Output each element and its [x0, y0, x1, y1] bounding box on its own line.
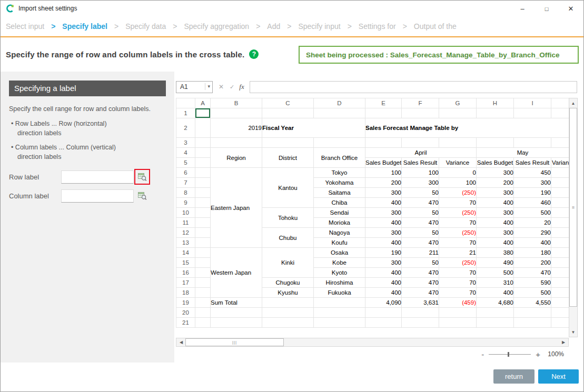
grid-cell[interactable] — [314, 108, 365, 118]
value-cell[interactable]: 300 — [365, 258, 402, 268]
value-cell[interactable]: 500 — [477, 268, 514, 278]
branch-office-header-cell[interactable]: Branch Office — [314, 148, 365, 168]
row-header-18[interactable]: 18 — [176, 288, 195, 298]
grid-cell[interactable] — [314, 298, 365, 308]
value-cell[interactable] — [551, 168, 569, 178]
value-cell[interactable]: 200 — [365, 178, 402, 188]
district-cell[interactable]: Chugoku — [262, 278, 314, 288]
district-cell[interactable]: Chubu — [262, 228, 314, 248]
value-cell[interactable]: 400 — [514, 238, 551, 248]
grid-cell[interactable] — [477, 138, 514, 148]
grid-cell[interactable] — [477, 108, 514, 118]
value-cell[interactable]: 300 — [365, 188, 402, 198]
vertical-scrollbar-thumb[interactable]: ≡ — [569, 108, 577, 307]
grid-cell[interactable] — [195, 298, 211, 308]
value-cell[interactable]: 500 — [514, 288, 551, 298]
value-cell[interactable]: 20 — [514, 218, 551, 228]
grid-cell[interactable] — [195, 168, 211, 178]
value-cell[interactable]: (250) — [439, 208, 477, 218]
row-label-input[interactable] — [61, 170, 134, 184]
branch-cell[interactable]: Yokohama — [314, 178, 365, 188]
grid-cell[interactable] — [402, 138, 439, 148]
row-header-19[interactable]: 19 — [176, 298, 195, 308]
value-cell[interactable]: (250) — [439, 228, 477, 238]
sub-header-cell[interactable]: Sales Budget — [365, 158, 402, 168]
column-label-range-picker-icon[interactable] — [135, 189, 149, 203]
grid-cell[interactable] — [365, 308, 402, 318]
value-cell[interactable]: 400 — [365, 238, 402, 248]
grid-cell[interactable] — [195, 238, 211, 248]
zoom-slider[interactable] — [489, 354, 531, 355]
sheet-title-cell[interactable]: Sales Forecast Manage Table by — [365, 118, 569, 138]
branch-cell[interactable]: Morioka — [314, 218, 365, 228]
grid-cell[interactable] — [439, 108, 477, 118]
value-cell[interactable]: 400 — [365, 278, 402, 288]
row-header-2[interactable]: 2 — [176, 118, 195, 138]
value-cell[interactable] — [551, 288, 569, 298]
value-cell[interactable]: 70 — [439, 238, 477, 248]
row-header-7[interactable]: 7 — [176, 178, 195, 188]
name-box-dropdown-icon[interactable]: ▾ — [205, 83, 211, 90]
district-cell[interactable]: Kinki — [262, 248, 314, 278]
value-cell[interactable]: 50 — [402, 208, 439, 218]
grid-cell[interactable] — [514, 138, 551, 148]
grid-cell[interactable] — [314, 308, 365, 318]
value-cell[interactable]: 100 — [439, 178, 477, 188]
value-cell[interactable]: 300 — [514, 178, 551, 188]
wizard-step-select-input[interactable]: Select input — [6, 22, 44, 31]
value-cell[interactable] — [551, 238, 569, 248]
region-cell[interactable]: Western Japan — [211, 248, 262, 298]
value-cell[interactable]: 300 — [365, 228, 402, 238]
value-cell[interactable]: 470 — [402, 268, 439, 278]
next-button[interactable]: Next — [538, 369, 579, 384]
value-cell[interactable]: 470 — [514, 268, 551, 278]
grid-cell[interactable] — [195, 248, 211, 258]
district-header-cell[interactable]: District — [262, 148, 314, 168]
row-label-range-picker-icon[interactable] — [135, 170, 149, 184]
value-cell[interactable]: 490 — [477, 258, 514, 268]
value-cell[interactable]: 500 — [514, 208, 551, 218]
grid-cell[interactable] — [477, 318, 514, 328]
grid-cell[interactable] — [551, 108, 569, 118]
name-box[interactable]: A1 ▾ — [176, 81, 213, 93]
grid-cell[interactable] — [551, 298, 569, 308]
row-header-5[interactable]: 5 — [176, 158, 195, 168]
region-cell[interactable]: Eastern Japan — [211, 168, 262, 248]
value-cell[interactable]: 0 — [439, 168, 477, 178]
row-header-3[interactable]: 3 — [176, 138, 195, 148]
sum-value-cell[interactable]: 4,680 — [477, 298, 514, 308]
value-cell[interactable] — [551, 178, 569, 188]
branch-cell[interactable]: Tokyo — [314, 168, 365, 178]
value-cell[interactable]: 200 — [477, 178, 514, 188]
grid-cell[interactable] — [365, 318, 402, 328]
row-header-12[interactable]: 12 — [176, 228, 195, 238]
grid-cell[interactable] — [262, 308, 314, 318]
column-header-G[interactable]: G — [439, 98, 477, 108]
value-cell[interactable]: 300 — [477, 188, 514, 198]
minimize-icon[interactable]: – — [510, 1, 534, 16]
value-cell[interactable]: 300 — [365, 208, 402, 218]
value-cell[interactable]: 70 — [439, 288, 477, 298]
column-header-partial[interactable] — [551, 98, 569, 108]
sum-value-cell[interactable]: 3,631 — [402, 298, 439, 308]
scroll-down-icon[interactable]: ▼ — [569, 328, 577, 336]
grid-cell[interactable] — [195, 288, 211, 298]
grid-cell[interactable] — [439, 308, 477, 318]
value-cell[interactable]: 70 — [439, 198, 477, 208]
value-cell[interactable]: 470 — [402, 238, 439, 248]
row-header-6[interactable]: 6 — [176, 168, 195, 178]
wizard-step-specify-aggregation[interactable]: Specify aggregation — [184, 22, 249, 31]
column-header-D[interactable]: D — [314, 98, 365, 108]
column-header-H[interactable]: H — [477, 98, 514, 108]
value-cell[interactable]: 400 — [365, 198, 402, 208]
grid-cell[interactable] — [314, 138, 365, 148]
grid-cell[interactable] — [365, 138, 402, 148]
branch-cell[interactable]: Nagoya — [314, 228, 365, 238]
row-header-11[interactable]: 11 — [176, 218, 195, 228]
fiscal-year-label-cell[interactable]: Fiscal Year — [262, 118, 365, 138]
row-header-8[interactable]: 8 — [176, 188, 195, 198]
column-header-C[interactable]: C — [262, 98, 314, 108]
grid-cell[interactable] — [195, 158, 211, 168]
help-icon[interactable]: ? — [249, 49, 259, 59]
grid-cell[interactable] — [551, 318, 569, 328]
